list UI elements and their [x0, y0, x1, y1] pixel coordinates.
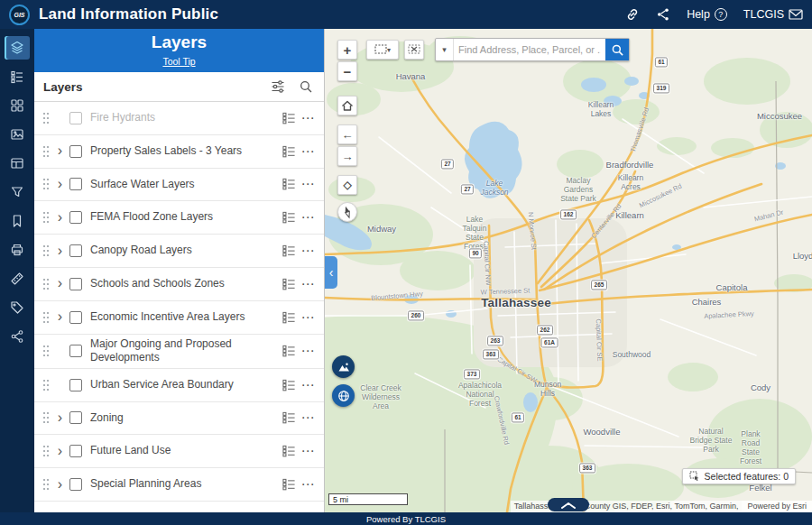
expand-chevron-icon[interactable]: ›	[52, 446, 68, 457]
layer-row: › FEMA Flood Zone Layers ⋯	[34, 201, 324, 235]
sidebar-item-table[interactable]	[5, 152, 30, 175]
home-extent-button[interactable]	[337, 96, 357, 115]
layer-checkbox[interactable]	[69, 145, 82, 158]
network-share-icon	[10, 329, 24, 344]
basemap-toggle-button[interactable]	[332, 355, 355, 378]
layer-legend-icon[interactable]	[279, 345, 299, 357]
search-source-caret[interactable]: ▾	[436, 39, 454, 60]
help-button[interactable]: Help ?	[687, 8, 727, 21]
next-extent-button[interactable]: →	[337, 146, 357, 166]
more-options-button[interactable]: ⋯	[299, 176, 317, 192]
filter-options-icon[interactable]	[271, 79, 285, 94]
drag-handle-icon[interactable]	[40, 277, 52, 291]
sidebar-item-basemap[interactable]	[5, 123, 30, 146]
search-layers-icon[interactable]	[299, 79, 313, 94]
more-options-button[interactable]: ⋯	[299, 377, 317, 393]
tooltip-link[interactable]: Tool Tip	[162, 56, 195, 67]
more-options-button[interactable]: ⋯	[299, 343, 317, 359]
drag-handle-icon[interactable]	[40, 344, 52, 358]
drag-handle-icon[interactable]	[40, 111, 52, 125]
more-options-button[interactable]: ⋯	[299, 209, 317, 226]
layer-legend-icon[interactable]	[279, 445, 299, 457]
sidebar-item-print[interactable]	[5, 238, 30, 262]
attribute-table-expand-button[interactable]	[548, 498, 589, 511]
layer-legend-icon[interactable]	[279, 145, 299, 158]
header-actions: Help ? TLCGIS	[625, 7, 803, 22]
sidebar-item-measure[interactable]	[5, 267, 30, 290]
sidebar-item-share-map[interactable]	[5, 325, 30, 348]
more-options-button[interactable]: ⋯	[299, 443, 317, 459]
zoom-in-button[interactable]: +	[337, 40, 357, 60]
select-tool-button[interactable]: ▾	[366, 40, 399, 60]
expand-chevron-icon[interactable]: ›	[52, 311, 68, 323]
expand-chevron-icon[interactable]: ›	[52, 145, 68, 157]
expand-chevron-icon[interactable]: ›	[52, 278, 68, 290]
more-options-button[interactable]: ⋯	[299, 143, 317, 160]
layer-legend-icon[interactable]	[279, 478, 299, 491]
sidebar-item-legend[interactable]	[5, 65, 30, 88]
sidebar-item-tag[interactable]	[5, 296, 30, 319]
layers-globe-button[interactable]	[332, 384, 355, 407]
layer-label: Future Land Use	[90, 444, 279, 458]
panel-collapse-button[interactable]: ‹	[325, 256, 337, 289]
expand-chevron-icon[interactable]: ›	[52, 245, 68, 257]
previous-extent-button[interactable]: ←	[337, 124, 357, 144]
compass-button[interactable]	[337, 202, 357, 222]
layer-legend-icon[interactable]	[279, 211, 299, 224]
layer-checkbox[interactable]	[69, 311, 82, 324]
layer-checkbox[interactable]	[69, 178, 82, 190]
layer-legend-icon[interactable]	[279, 278, 299, 290]
expand-chevron-icon[interactable]: ›	[52, 412, 68, 424]
more-options-button[interactable]: ⋯	[299, 309, 317, 326]
layer-legend-icon[interactable]	[279, 178, 299, 190]
more-options-button[interactable]: ⋯	[299, 110, 317, 126]
share-link-button[interactable]	[625, 7, 640, 22]
layer-checkbox[interactable]	[69, 278, 82, 290]
layer-checkbox[interactable]	[69, 445, 82, 457]
layer-checkbox[interactable]	[69, 379, 82, 391]
layer-checkbox[interactable]	[69, 478, 82, 491]
selection-cursor-icon	[689, 471, 700, 482]
drag-handle-icon[interactable]	[40, 477, 52, 492]
drag-handle-icon[interactable]	[40, 177, 52, 191]
sidebar-item-bookmark[interactable]	[5, 209, 30, 233]
layer-checkbox[interactable]	[69, 112, 82, 124]
layer-legend-icon[interactable]	[279, 112, 299, 124]
layer-legend-icon[interactable]	[279, 379, 299, 391]
layer-checkbox[interactable]	[69, 211, 82, 224]
more-options-button[interactable]: ⋯	[299, 410, 317, 426]
layer-checkbox[interactable]	[69, 345, 82, 357]
more-options-button[interactable]: ⋯	[299, 243, 317, 259]
search-button[interactable]	[605, 39, 629, 60]
search-input[interactable]	[454, 44, 605, 55]
contact-button[interactable]: TLCGIS	[743, 8, 803, 21]
print-icon	[10, 243, 24, 257]
drag-handle-icon[interactable]	[40, 410, 52, 425]
sidebar-item-layers[interactable]	[5, 36, 30, 60]
zoom-out-button[interactable]: −	[337, 61, 357, 81]
locate-button[interactable]: ◇	[337, 175, 357, 195]
expand-chevron-icon[interactable]: ›	[52, 212, 68, 224]
drag-handle-icon[interactable]	[40, 378, 52, 392]
more-options-button[interactable]: ⋯	[299, 276, 317, 292]
clear-selection-button[interactable]	[404, 40, 424, 60]
drag-handle-icon[interactable]	[40, 310, 52, 325]
expand-chevron-icon[interactable]: ›	[52, 479, 68, 491]
layer-legend-icon[interactable]	[279, 311, 299, 324]
layer-checkbox[interactable]	[69, 244, 82, 257]
drag-handle-icon[interactable]	[40, 144, 52, 159]
map-canvas[interactable]	[325, 29, 812, 512]
drag-handle-icon[interactable]	[40, 444, 52, 458]
drag-handle-icon[interactable]	[40, 210, 52, 225]
sidebar-item-filter[interactable]	[5, 180, 30, 204]
drag-handle-icon[interactable]	[40, 244, 52, 258]
more-options-button[interactable]: ⋯	[299, 476, 317, 493]
layer-legend-icon[interactable]	[279, 244, 299, 257]
main-area: Layers Tool Tip Layers › Fire Hydrants ⋯…	[0, 29, 812, 512]
layer-row: › Surface Water Layers ⋯	[34, 169, 324, 202]
share-button[interactable]	[656, 7, 670, 22]
layer-legend-icon[interactable]	[279, 411, 299, 424]
layer-checkbox[interactable]	[69, 411, 82, 424]
expand-chevron-icon[interactable]: ›	[52, 179, 68, 190]
sidebar-item-apps[interactable]	[5, 94, 30, 117]
